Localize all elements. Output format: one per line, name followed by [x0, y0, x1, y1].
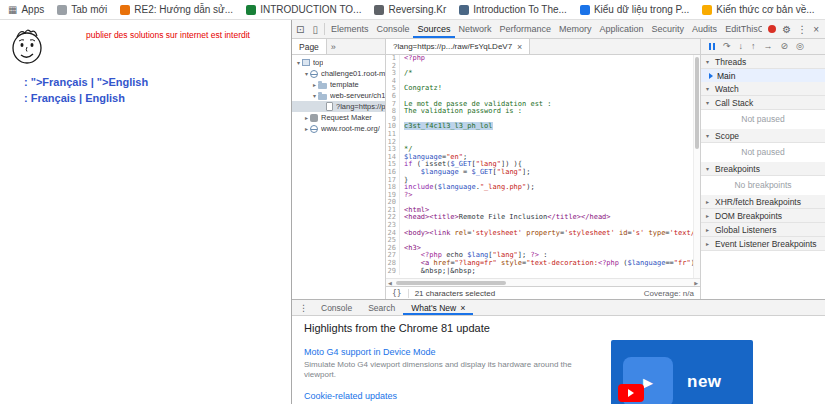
devtools-tab-elements[interactable]: Elements	[327, 20, 373, 38]
file-tab[interactable]: ?lang=https://p.../raw/FsYqLDeV7 ×	[386, 39, 530, 54]
horizontal-scroll-thumb[interactable]	[396, 281, 506, 285]
tree-item-web-serveur-ch13[interactable]: ▾web-serveur/ch13	[292, 90, 385, 101]
tree-item-top[interactable]: ▾top	[292, 57, 385, 68]
active-thread-icon	[709, 73, 713, 79]
step-icon[interactable]: →	[764, 42, 773, 51]
section-header-xhr-fetch-breakpoints[interactable]: ▸XHR/fetch Breakpoints	[701, 195, 825, 209]
device-toolbar-icon[interactable]: ▯	[308, 20, 322, 38]
tree-item-www-root-me-org[interactable]: ▸www.root-me.org/	[292, 123, 385, 134]
devtools-tab-network[interactable]: Network	[455, 20, 496, 38]
devtools-tab-console[interactable]: Console	[372, 20, 413, 38]
code-line-content[interactable]: c3st_f4c1l3_l3_ph_lol	[400, 123, 493, 131]
deactivate-breakpoints-icon[interactable]: ⊘	[781, 42, 789, 51]
pretty-print-icon[interactable]: {}	[392, 289, 402, 298]
tree-item-lang-https-pastebin-co[interactable]: ?lang=https://pastebin.co	[292, 101, 385, 112]
devtools-tab-editthiscookie[interactable]: EditThisCookie	[721, 20, 762, 38]
devtools-close-icon[interactable]: ×	[813, 24, 819, 35]
bookmark-item[interactable]: Introduction To The...	[459, 4, 567, 15]
step-into-icon[interactable]: ↓	[739, 42, 744, 51]
code-line-content[interactable]: /*	[400, 70, 412, 78]
code-line-content[interactable]: $language = $_GET["lang"];	[400, 169, 530, 177]
drawer-tab-console[interactable]: Console	[313, 300, 360, 315]
devtools-tab-audits[interactable]: Audits	[688, 20, 721, 38]
code-line-content[interactable]: ?>	[400, 192, 412, 200]
globe-icon	[310, 125, 318, 133]
code-editor[interactable]: 1<?php23/*45Congratz!67Le mot de passe d…	[386, 55, 693, 278]
apps-shortcut[interactable]: ▦ Apps	[8, 4, 44, 15]
line-number[interactable]: 29	[386, 268, 400, 276]
devtools-tab-memory[interactable]: Memory	[555, 20, 596, 38]
drawer-menu-icon[interactable]: ⋮	[294, 303, 313, 313]
section-header-scope[interactable]: ▾Scope	[701, 129, 825, 143]
language-links-line2[interactable]: : Français | English	[24, 92, 125, 104]
tree-item-request-maker[interactable]: ▸Request Maker	[292, 112, 385, 123]
vertical-scroll-thumb[interactable]	[695, 57, 699, 149]
inspect-element-icon[interactable]: ⊡	[292, 20, 308, 38]
whats-new-link[interactable]: Cookie-related updates	[304, 391, 397, 401]
bookmark-item[interactable]: Tab mới	[57, 4, 107, 15]
pause-icon[interactable]	[709, 43, 715, 50]
pause-on-exceptions-icon[interactable]: ◎	[796, 42, 804, 51]
code-line-content[interactable]: <?php	[400, 55, 425, 63]
tree-arrow-icon: ▾	[295, 59, 302, 66]
editor-vertical-scrollbar[interactable]	[693, 55, 700, 278]
whats-new-close-icon[interactable]: ×	[460, 303, 465, 313]
settings-gear-icon[interactable]: ⚙	[782, 24, 791, 35]
scroll-right-icon[interactable]: ▶	[692, 280, 700, 286]
file-tab-close-icon[interactable]: ×	[517, 42, 522, 52]
code-token: $language	[421, 168, 459, 176]
code-line: 3/*	[386, 70, 693, 78]
devtools-tab-sources[interactable]: Sources	[413, 20, 454, 38]
code-line: 25	[386, 237, 693, 245]
bookmark-label: Kiến thức cơ bản về...	[716, 4, 814, 15]
bookmark-item[interactable]: Reversing.Kr	[374, 4, 446, 15]
code-line-content[interactable]: The validation password is :	[400, 108, 522, 116]
code-line-content[interactable]: &nbsp;|&nbsp;	[400, 268, 476, 276]
section-label: Scope	[715, 131, 739, 141]
code-line-content[interactable]: <head><title>Remote File Inclusion</titl…	[400, 214, 611, 222]
code-line-content[interactable]: <body><link rel='stylesheet' property='s…	[400, 230, 693, 238]
code-token: "lang"	[497, 168, 522, 176]
bookmark-item[interactable]: INTRODUCTION TO...	[246, 4, 361, 15]
code-line-content[interactable]	[400, 131, 404, 139]
section-header-watch[interactable]: ▾Watch	[701, 82, 825, 96]
section-header-call-stack[interactable]: ▾Call Stack	[701, 96, 825, 110]
code-line-content[interactable]: include($language."_lang.php");	[400, 184, 535, 192]
step-out-icon[interactable]: ↑	[751, 42, 756, 51]
tree-item-template[interactable]: ▸template	[292, 79, 385, 90]
bookmark-label: Kiểu dữ liệu trong P...	[594, 4, 689, 15]
devtools-tab-security[interactable]: Security	[648, 20, 689, 38]
section-header-event-listener-breakpoints[interactable]: ▸Event Listener Breakpoints	[701, 237, 825, 251]
tree-item-challenge01-root-me-org[interactable]: ▾challenge01.root-me.org	[292, 68, 385, 79]
devtools-tab-performance[interactable]: Performance	[496, 20, 556, 38]
bookmark-favicon	[580, 5, 590, 15]
bookmark-item[interactable]: Kiểu dữ liệu trong P...	[580, 4, 689, 15]
drawer-tab-what-s-new[interactable]: What's New×	[403, 300, 473, 315]
navigator-tab-page[interactable]: Page	[292, 39, 327, 54]
bookmark-item[interactable]: Kiến thức cơ bản về...	[702, 4, 814, 15]
code-token: Remote File Inclusion	[459, 213, 548, 221]
section-header-dom-breakpoints[interactable]: ▸DOM Breakpoints	[701, 209, 825, 223]
language-links-line1[interactable]: : ">Français | ">English	[24, 76, 148, 88]
thread-item-main[interactable]: Main	[701, 69, 825, 82]
step-over-icon[interactable]: ↷	[723, 42, 731, 51]
drawer-tab-search[interactable]: Search	[360, 300, 403, 315]
bookmark-favicon	[246, 5, 256, 15]
drawer-tabbar: ⋮ ConsoleSearchWhat's New×	[292, 300, 825, 316]
code-token: &nbsp;|&nbsp;	[404, 267, 476, 275]
devtools-menu-icon[interactable]: ⋮	[797, 24, 807, 35]
section-header-global-listeners[interactable]: ▸Global Listeners	[701, 223, 825, 237]
code-line: 11	[386, 131, 693, 139]
devtools-tab-application[interactable]: Application	[596, 20, 648, 38]
bookmark-item[interactable]: RE2: Hướng dẫn sử...	[120, 4, 233, 15]
code-line-content[interactable]: Congratz!	[400, 85, 442, 93]
more-navigator-tabs-icon[interactable]: »	[327, 42, 340, 52]
whats-new-video-thumbnail[interactable]: ▶ new	[611, 340, 753, 404]
section-header-threads[interactable]: ▾Threads	[701, 55, 825, 69]
editor-horizontal-scrollbar[interactable]: ◀ ▶	[386, 278, 700, 286]
section-header-breakpoints[interactable]: ▾Breakpoints	[701, 162, 825, 176]
scroll-left-icon[interactable]: ◀	[386, 280, 394, 286]
error-count-badge[interactable]	[768, 25, 776, 33]
code-token: </title></head>	[547, 213, 610, 221]
whats-new-link[interactable]: Moto G4 support in Device Mode	[304, 347, 436, 357]
